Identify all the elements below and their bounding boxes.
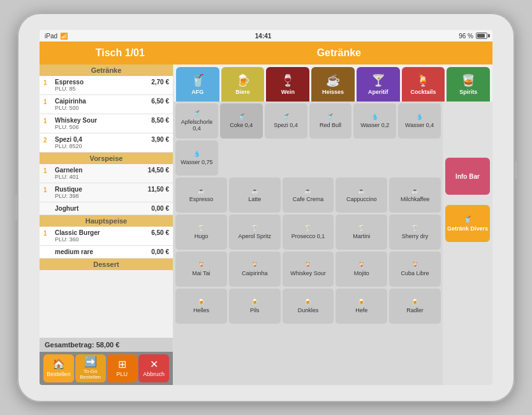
plu-button[interactable]: ⊞ PLU — [107, 354, 138, 382]
cocktail-icon: 🍹 — [358, 262, 365, 268]
battery-pct: 96 % — [459, 33, 473, 40]
drink-mojito[interactable]: 🍹 Mojito — [336, 252, 387, 287]
order-item-espresso[interactable]: 1 Espresso PLU: 85 2,70 € — [40, 76, 173, 95]
drink-dunkles[interactable]: 🍺 Dunkles — [283, 289, 334, 324]
section-dessert: Dessert — [40, 259, 173, 270]
tab-heisses[interactable]: ☕ Heisses — [311, 67, 355, 102]
info-bar-button[interactable]: Info Bar — [445, 158, 490, 195]
drink-placeholder-4 — [353, 140, 396, 176]
right-content: 🥤 Apfelschorle 0,4 🥤 Coke 0,4 🥤 Spezi 0 — [174, 102, 492, 385]
drink-cuba-libre[interactable]: 🍹 Cuba Libre — [389, 252, 441, 287]
drink-redbull[interactable]: 🥤 Red Bull — [309, 103, 352, 139]
drink-whiskey-sour[interactable]: 🍹 Whiskey Sour — [283, 252, 334, 287]
status-left: iPad 📶 — [45, 33, 68, 40]
coffee-icon: ☕ — [198, 188, 205, 194]
drink-sherry[interactable]: 🍸 Sherry dry — [389, 215, 441, 250]
drink-apfelschorle[interactable]: 🥤 Apfelschorle 0,4 — [175, 103, 218, 139]
cocktails-row: 🍹 Mai Tai 🍹 Caipirinha 🍹 Whiskey Sour — [175, 252, 441, 287]
heisses-icon: ☕ — [326, 73, 340, 87]
coffee-icon: ☕ — [358, 188, 365, 194]
abbruch-icon: ✕ — [150, 359, 158, 370]
tab-biere[interactable]: 🍺 Biere — [221, 67, 265, 102]
order-item-classic-burger[interactable]: 1 Classic Burger PLU: 360 6,50 € — [40, 227, 173, 246]
bottom-toolbar: 🏠 Bestellen ➡️ To-GoBestellen ⊞ PLU ✕ Ab… — [40, 352, 173, 385]
order-item-caipirinha[interactable]: 1 Caipirinha PLU: 500 6,50 € — [40, 95, 173, 114]
can-icon: 🥤 — [327, 114, 334, 120]
drink-spezi[interactable]: 🥤 Spezi 0,4 — [265, 103, 307, 139]
togo-bestellen-button[interactable]: ➡️ To-GoBestellen — [75, 354, 106, 382]
drink-wasser04[interactable]: 💧 Wasser 0,4 — [398, 103, 441, 139]
order-item-joghurt[interactable]: Joghurt 0,00 € — [40, 202, 173, 215]
drink-milchkaffee[interactable]: ☕ Milchkaffee — [389, 177, 441, 213]
total-bar: Gesamtbetrag: 58,00 € — [40, 338, 173, 352]
main-area: Getränke 1 Espresso PLU: 85 2,70 € 1 Cai… — [40, 64, 492, 385]
coffee-icon: ☕ — [251, 188, 258, 194]
order-item-spezi[interactable]: 2 Spezi 0,4 PLU: 8520 3,90 € — [40, 133, 173, 153]
tab-wein[interactable]: 🍷 Wein — [266, 67, 309, 102]
plu-icon: ⊞ — [118, 359, 126, 370]
drink-helles[interactable]: 🍺 Helles — [175, 289, 227, 324]
drink-wasser075[interactable]: 💧 Wasser 0,75 — [175, 140, 218, 176]
ipad-frame: iPad 📶 14:41 96 % Tisch 1/01 Getränke Ge… — [17, 13, 515, 402]
afg-row2: 💧 Wasser 0,75 — [175, 140, 441, 176]
glass-icon: 🥤 — [283, 114, 290, 120]
getrank-divers-button[interactable]: 🥤 Getränk Divers — [445, 205, 490, 242]
drink-prosecco[interactable]: 🍸 Prosecco 0,1 — [283, 215, 334, 250]
bottle-icon: 💧 — [416, 114, 423, 120]
cocktail-icon: 🍹 — [304, 262, 311, 268]
tab-afg[interactable]: 🥤 AFG — [176, 67, 219, 102]
drink-cappuccino[interactable]: ☕ Cappuccino — [336, 177, 387, 213]
cocktail-icon: 🍹 — [198, 262, 205, 268]
cocktail-icon: 🍹 — [411, 262, 418, 268]
aperitif-icon: 🍸 — [371, 73, 385, 87]
cocktail-icon: 🍸 — [411, 225, 418, 231]
cocktails-icon: 🍹 — [416, 73, 430, 87]
status-bar: iPad 📶 14:41 96 % — [40, 30, 492, 42]
battery-icon — [476, 33, 487, 39]
cocktail-icon: 🍸 — [358, 225, 365, 231]
drink-pils[interactable]: 🍺 Pils — [229, 289, 281, 324]
volume-button[interactable] — [15, 195, 18, 220]
drink-coke[interactable]: 🥤 Coke 0,4 — [220, 103, 263, 139]
side-buttons: Info Bar 🥤 Getränk Divers — [443, 102, 492, 385]
coffee-icon: ☕ — [304, 188, 311, 194]
beer-icon: 🍺 — [251, 299, 258, 305]
cocktail-icon: 🍸 — [251, 225, 258, 231]
order-item-rustique[interactable]: 1 Rustique PLU: 398 11,50 € — [40, 183, 173, 202]
cocktail-icon: 🍸 — [304, 225, 311, 231]
cocktail-icon: 🍹 — [251, 262, 258, 268]
header: Tisch 1/01 Getränke — [40, 42, 492, 64]
drink-wasser02[interactable]: 💧 Wasser 0,2 — [353, 103, 396, 139]
drink-latte[interactable]: ☕ Latte — [229, 177, 281, 213]
drink-caipirinha[interactable]: 🍹 Caipirinha — [229, 252, 281, 287]
drink-aperol[interactable]: 🍸 Aperol Spritz — [229, 215, 281, 250]
order-item-whiskey-sour[interactable]: 1 Whiskey Sour PLU: 506 8,50 € — [40, 114, 173, 133]
biere-icon: 🍺 — [236, 73, 250, 87]
drink-martini[interactable]: 🍸 Martini — [336, 215, 387, 250]
drink-radler[interactable]: 🍺 Radler — [389, 289, 441, 324]
section-hauptspeise: Hauptspeise — [40, 215, 173, 227]
abbruch-button[interactable]: ✕ Abbruch — [138, 354, 169, 382]
power-button[interactable] — [514, 161, 517, 179]
glass-icon: 🥤 — [193, 110, 200, 117]
wifi-icon: 📶 — [60, 33, 68, 40]
drink-placeholder-5 — [398, 140, 441, 176]
order-item-garnelen[interactable]: 1 Garnelen PLU: 401 14,50 € — [40, 164, 173, 183]
bestellen-button[interactable]: 🏠 Bestellen — [43, 354, 74, 382]
drinks-area: 🥤 Apfelschorle 0,4 🥤 Coke 0,4 🥤 Spezi 0 — [174, 102, 443, 385]
drink-hugo[interactable]: 🍸 Hugo — [175, 215, 227, 250]
drink-mai-tai[interactable]: 🍹 Mai Tai — [175, 252, 227, 287]
category-tabs: 🥤 AFG 🍺 Biere 🍷 Wein ☕ Heisses — [174, 64, 492, 102]
order-item-medium-rare[interactable]: medium rare 0,00 € — [40, 246, 173, 259]
tab-cocktails[interactable]: 🍹 Cocktails — [402, 67, 445, 102]
drink-cafe-crema[interactable]: ☕ Cafe Crema — [283, 177, 334, 213]
drinks-rows: 🥤 Apfelschorle 0,4 🥤 Coke 0,4 🥤 Spezi 0 — [174, 102, 443, 385]
aperitif-row: 🍸 Hugo 🍸 Aperol Spritz 🍸 Prosecco 0,1 — [175, 215, 441, 250]
afg-row: 🥤 Apfelschorle 0,4 🥤 Coke 0,4 🥤 Spezi 0 — [175, 103, 441, 139]
tab-spirits[interactable]: 🥃 Spirits — [447, 67, 490, 102]
coffee-icon: ☕ — [411, 188, 418, 194]
drink-espresso[interactable]: ☕ Espresso — [175, 177, 227, 213]
tab-aperitif[interactable]: 🍸 Aperitif — [357, 67, 400, 102]
drink-hefe[interactable]: 🍺 Hefe — [336, 289, 387, 324]
section-getranke: Getränke — [40, 64, 173, 76]
